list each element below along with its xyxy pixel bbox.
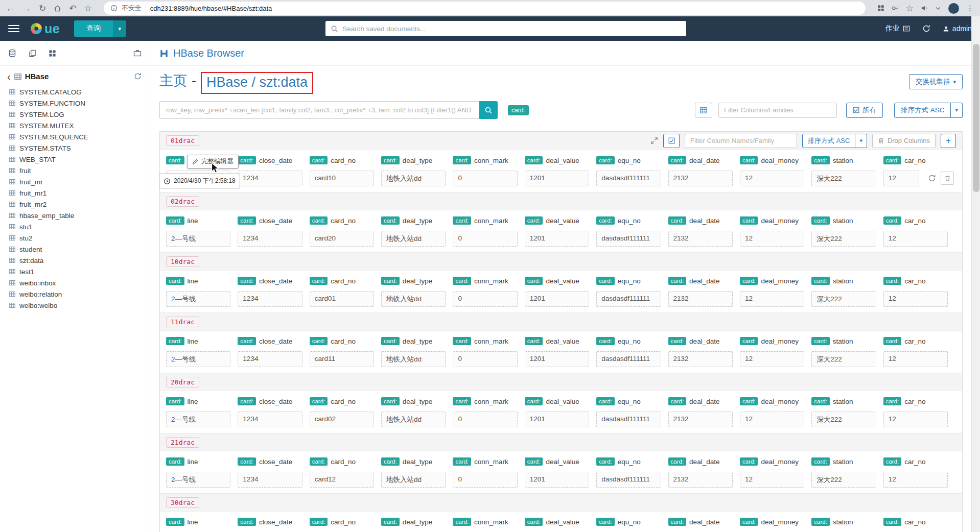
cell-deal_date[interactable]: 2132: [668, 291, 733, 307]
column-header-conn_mark[interactable]: card:conn_mark: [453, 153, 517, 167]
column-header-conn_mark[interactable]: card:conn_mark: [453, 274, 517, 288]
hue-logo[interactable]: ue: [30, 21, 60, 36]
column-header-close_date[interactable]: card:close_date: [238, 153, 302, 167]
row-key[interactable]: 30drac: [166, 497, 199, 508]
cell-station[interactable]: 深大222: [811, 412, 876, 427]
column-header-equ_no[interactable]: card:equ_no: [596, 213, 661, 228]
scrollbar-thumb[interactable]: [973, 44, 979, 192]
cell-station[interactable]: 深大222: [811, 171, 876, 186]
cell-car_no[interactable]: 12: [883, 291, 948, 307]
select-all-button[interactable]: 所有: [846, 103, 883, 118]
column-header-station[interactable]: card:station: [811, 213, 876, 228]
browser-forward-icon[interactable]: →: [22, 4, 31, 13]
cell-deal_date[interactable]: 2132: [668, 231, 733, 247]
column-header-deal_date[interactable]: card:deal_date: [668, 213, 733, 228]
row-sort-button[interactable]: 排序方式 ASC: [802, 134, 855, 148]
cell-close_date[interactable]: 1234: [238, 351, 302, 367]
drop-columns-button[interactable]: Drop Columns: [872, 134, 936, 148]
row-key[interactable]: 10drac: [166, 256, 199, 267]
cell-station[interactable]: 深大222: [811, 291, 876, 307]
global-search-input[interactable]: [342, 25, 681, 33]
sidebar-item-weibo-weibo[interactable]: weibo:weibo: [0, 300, 150, 311]
cell-conn_mark[interactable]: 0: [453, 231, 517, 247]
row-key[interactable]: 20drac: [166, 377, 199, 388]
cell-deal_date[interactable]: 2132: [668, 472, 733, 488]
family-filter-chip[interactable]: card:: [508, 105, 529, 115]
column-header-deal_money[interactable]: card:deal_money: [740, 515, 804, 529]
column-header-line[interactable]: card:line: [166, 394, 230, 408]
cell-deal_type[interactable]: 地铁入站dd: [381, 472, 446, 488]
sidebar-item-weibo-inbox[interactable]: weibo:inbox: [0, 277, 150, 288]
column-header-line[interactable]: card:line: [166, 274, 230, 288]
sort-caret-button[interactable]: ▾: [951, 103, 963, 118]
column-header-equ_no[interactable]: card:equ_no: [596, 334, 661, 348]
column-header-station[interactable]: card:station: [811, 153, 876, 167]
sidebar-item-system-sequence[interactable]: SYSTEM.SEQUENCE: [0, 131, 150, 142]
column-header-card_no[interactable]: card:card_no: [310, 334, 374, 348]
cell-close_date[interactable]: 1234: [238, 231, 302, 247]
column-header-deal_value[interactable]: card:deal_value: [525, 515, 589, 529]
column-header-deal_money[interactable]: card:deal_money: [740, 153, 804, 167]
sidebar-item-fruit-mr[interactable]: fruit_mr: [0, 176, 150, 187]
cell-conn_mark[interactable]: 0: [453, 412, 517, 427]
column-header-card_no[interactable]: card:card_no: [310, 515, 374, 529]
column-header-card_no[interactable]: card:card_no: [310, 274, 374, 288]
cell-card_no[interactable]: card10: [310, 171, 374, 186]
cell-deal_value[interactable]: 1201: [525, 231, 589, 247]
column-header-deal_date[interactable]: card:deal_date: [668, 274, 733, 288]
column-header-equ_no[interactable]: card:equ_no: [596, 454, 661, 469]
column-header-deal_money[interactable]: card:deal_money: [740, 454, 804, 469]
cell-card_no[interactable]: card02: [310, 412, 374, 427]
info-icon[interactable]: [110, 5, 118, 12]
cell-deal_type[interactable]: 地铁入站dd: [381, 412, 446, 427]
cell-close_date[interactable]: 1234: [238, 412, 302, 427]
cell-car_no[interactable]: 12: [883, 412, 948, 427]
column-header-conn_mark[interactable]: card:conn_mark: [453, 515, 517, 529]
sidebar-item-stu2[interactable]: stu2: [0, 232, 150, 244]
security-label[interactable]: 不安全: [122, 4, 142, 13]
cell-equ_no[interactable]: dasdasdf111111: [596, 412, 661, 427]
cell-equ_no[interactable]: dasdasdf111111: [596, 291, 661, 307]
sidebar-item-stu1[interactable]: stu1: [0, 221, 150, 232]
column-header-equ_no[interactable]: card:equ_no: [596, 394, 661, 408]
column-header-line[interactable]: card:line: [166, 454, 230, 469]
password-key-icon[interactable]: [892, 5, 899, 12]
bookmark-star-icon[interactable]: ☆: [84, 4, 92, 13]
cell-car_no[interactable]: 12: [883, 472, 948, 488]
cell-equ_no[interactable]: dasdasdf111111: [596, 231, 661, 247]
row-key[interactable]: 11drac: [166, 317, 199, 327]
sidebar-item-fruit-mr1[interactable]: fruit_mr1: [0, 187, 150, 199]
cell-conn_mark[interactable]: 0: [453, 472, 517, 488]
cell-deal_type[interactable]: 地铁入站dd: [381, 291, 446, 307]
cell-conn_mark[interactable]: 0: [453, 291, 517, 307]
query-caret-icon[interactable]: ▾: [113, 20, 126, 37]
column-header-conn_mark[interactable]: card:conn_mark: [453, 454, 517, 469]
column-header-close_date[interactable]: card:close_date: [238, 334, 302, 348]
cell-deal_date[interactable]: 2132: [668, 351, 733, 367]
column-header-car_no[interactable]: card:car_no: [883, 153, 948, 167]
column-header-station[interactable]: card:station: [811, 515, 876, 529]
filter-columns-input[interactable]: [718, 103, 837, 118]
expand-icon[interactable]: [650, 137, 658, 144]
cell-card_no[interactable]: card11: [310, 351, 374, 367]
column-header-deal_type[interactable]: card:deal_type: [381, 153, 446, 167]
column-header-card_no[interactable]: card:card_no: [310, 454, 374, 469]
cell-deal_money[interactable]: 12: [740, 472, 804, 488]
cell-close_date[interactable]: 1234: [238, 171, 302, 186]
cell-station[interactable]: 深大222: [811, 231, 876, 247]
cell-deal_value[interactable]: 1201: [525, 171, 589, 186]
cell-deal_value[interactable]: 1201: [525, 472, 589, 488]
cell-equ_no[interactable]: dasdasdf111111: [596, 472, 661, 488]
speaker-icon[interactable]: [921, 5, 928, 12]
column-header-deal_value[interactable]: card:deal_value: [525, 394, 589, 408]
sidebar-item-weibo-relation[interactable]: weibo:relation: [0, 288, 150, 300]
column-header-conn_mark[interactable]: card:conn_mark: [453, 213, 517, 228]
sidebar-item-szt-data[interactable]: szt:data: [0, 255, 150, 266]
cell-line[interactable]: 2—号线: [166, 472, 230, 488]
row-key[interactable]: 01drac: [166, 135, 199, 146]
column-header-equ_no[interactable]: card:equ_no: [596, 153, 661, 167]
column-header-car_no[interactable]: card:car_no: [883, 454, 948, 469]
refresh-icon[interactable]: [134, 72, 142, 80]
cell-deal_money[interactable]: 12: [740, 171, 804, 186]
column-header-station[interactable]: card:station: [811, 274, 876, 288]
